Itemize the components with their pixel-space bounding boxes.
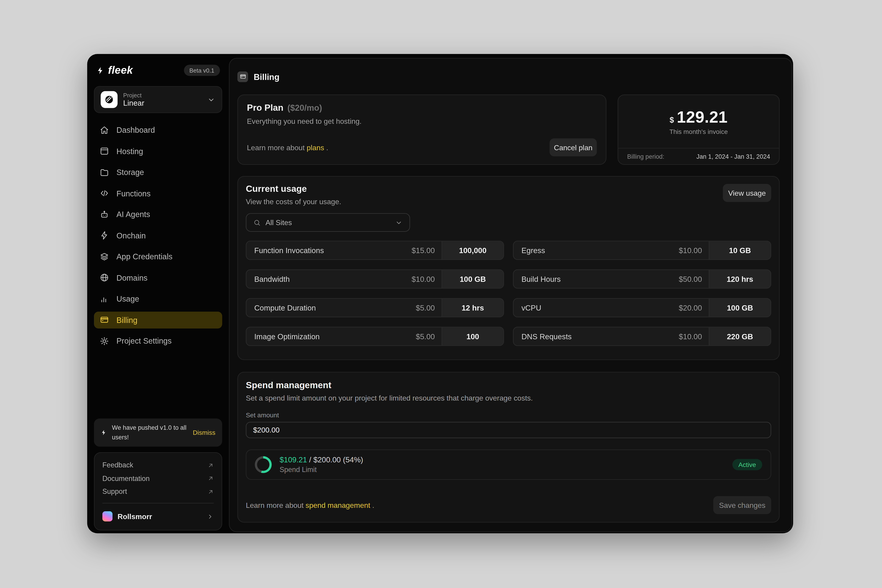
spend-title: Spend management (246, 380, 771, 390)
spend-learn-more: Learn more about spend management . (246, 501, 374, 510)
sidebar-item-label: Storage (117, 168, 144, 177)
sidebar: fleek Beta v0.1 Project Linear (87, 54, 229, 533)
plan-title: Pro Plan (247, 103, 284, 113)
usage-name: Compute Duration (246, 303, 316, 312)
documentation-link[interactable]: Documentation (102, 472, 214, 485)
sidebar-nav: Dashboard Hosting Storage Functions AI A… (94, 122, 222, 354)
sidebar-item-label: Domains (117, 273, 147, 282)
billing-period-label: Billing period: (627, 153, 664, 160)
sidebar-item-label: Usage (117, 294, 139, 303)
usage-name: Function Invocations (246, 246, 324, 255)
usage-row: Bandwidth $10.00 100 GB (246, 269, 504, 288)
usage-header: Current usage View the costs of your usa… (246, 184, 771, 206)
spend-limit-rest: / $200.00 (54%) (307, 456, 363, 464)
sidebar-item-project-settings[interactable]: Project Settings (94, 332, 222, 349)
invoice-amount-row: $ 129.21 (669, 108, 728, 126)
spend-limit-caption: Spend Limit (279, 466, 363, 474)
dismiss-button[interactable]: Dismiss (193, 429, 216, 435)
arrow-up-right-icon (208, 462, 214, 468)
lightning-icon (100, 428, 107, 436)
sidebar-item-label: Hosting (117, 147, 143, 156)
spent-amount: $109.21 (279, 456, 307, 464)
plans-link[interactable]: plans (307, 143, 324, 152)
sidebar-item-functions[interactable]: Functions (94, 184, 222, 201)
search-icon (253, 218, 261, 226)
invoice-summary: $ 129.21 This month's invoice (618, 95, 779, 148)
sidebar-item-label: Project Settings (117, 336, 172, 345)
plan-price: ($20/mo) (287, 103, 322, 112)
spend-progress-text: $109.21 / $200.00 (54%) Spend Limit (279, 456, 363, 474)
save-changes-button[interactable]: Save changes (713, 496, 771, 514)
usage-price: $20.00 (679, 303, 709, 312)
learn-suffix: . (370, 501, 374, 510)
sidebar-item-dashboard[interactable]: Dashboard (94, 122, 222, 138)
spend-amount-input[interactable] (246, 422, 771, 438)
main-content: Billing Pro Plan ($20/mo) Everything you… (229, 58, 792, 532)
learn-suffix: . (324, 143, 328, 152)
home-icon (99, 125, 109, 135)
usage-price: $10.00 (679, 332, 709, 340)
sidebar-item-onchain[interactable]: Onchain (94, 227, 222, 244)
current-usage-card: Current usage View the costs of your usa… (237, 176, 780, 360)
sidebar-item-app-credentials[interactable]: App Credentials (94, 248, 222, 265)
usage-name: Bandwidth (246, 275, 290, 283)
layers-icon (99, 252, 109, 261)
folder-icon (99, 168, 109, 177)
lightning-icon (99, 231, 109, 240)
browser-window-icon (99, 146, 109, 156)
usage-header-text: Current usage View the costs of your usa… (246, 184, 341, 206)
notification-message: We have pushed v1.0 to all users! (112, 423, 188, 442)
credit-card-icon (237, 71, 248, 82)
usage-price: $10.00 (412, 275, 442, 283)
spend-progress-box: $109.21 / $200.00 (54%) Spend Limit Acti… (246, 450, 771, 480)
spend-management-link[interactable]: spend management (306, 501, 370, 510)
sidebar-item-ai-agents[interactable]: AI Agents (94, 206, 222, 223)
linear-logo (100, 91, 117, 108)
app-logo: fleek (108, 64, 133, 76)
sidebar-item-storage[interactable]: Storage (94, 164, 222, 180)
release-notification: We have pushed v1.0 to all users! Dismis… (94, 418, 222, 446)
chevron-down-icon (395, 218, 403, 226)
usage-row: DNS Requests $10.00 220 GB (513, 327, 771, 346)
invoice-amount: 129.21 (676, 108, 728, 126)
sidebar-item-billing[interactable]: Billing (94, 312, 222, 328)
spend-footer: Learn more about spend management . Save… (246, 496, 771, 514)
sidebar-item-hosting[interactable]: Hosting (94, 142, 222, 159)
spend-progress-values: $109.21 / $200.00 (54%) (279, 456, 363, 464)
usage-grid: Function Invocations $15.00 100,000 Egre… (246, 241, 771, 346)
spend-management-card: Spend management Set a spend limit amoun… (237, 372, 780, 522)
cancel-plan-button[interactable]: Cancel plan (550, 138, 597, 156)
gear-icon (99, 336, 109, 346)
beta-badge: Beta v0.1 (184, 65, 220, 76)
account-name: Rollsmorr (118, 512, 152, 521)
gradient-avatar (102, 511, 112, 521)
sidebar-item-usage[interactable]: Usage (94, 290, 222, 307)
usage-quantity: 100 GB (709, 298, 771, 316)
arrow-up-right-icon (208, 489, 214, 495)
logo-row: fleek Beta v0.1 (94, 63, 222, 78)
usage-price: $5.00 (416, 303, 441, 312)
sidebar-item-label: AI Agents (117, 210, 150, 219)
divider (102, 503, 214, 503)
project-selector[interactable]: Project Linear (94, 86, 222, 113)
usage-quantity: 100 GB (441, 270, 503, 288)
globe-icon (99, 273, 109, 282)
learn-prefix: Learn more about (246, 501, 306, 510)
view-usage-button[interactable]: View usage (723, 184, 771, 202)
credit-card-icon (99, 315, 109, 324)
feedback-link[interactable]: Feedback (102, 459, 214, 472)
project-label: Project (123, 92, 144, 98)
account-menu[interactable]: Rollsmorr (102, 508, 214, 524)
billing-period-row: Billing period: Jan 1, 2024 - Jan 31, 20… (618, 148, 779, 164)
usage-quantity: 220 GB (709, 327, 771, 345)
sidebar-item-label: Functions (117, 189, 151, 198)
usage-row: Image Optimization $5.00 100 (246, 327, 504, 346)
sidebar-footer: Feedback Documentation Support Rollsmorr (94, 452, 222, 531)
support-link[interactable]: Support (102, 485, 214, 498)
link-label: Documentation (102, 474, 150, 482)
sites-filter-dropdown[interactable]: All Sites (246, 213, 410, 232)
plan-card: Pro Plan ($20/mo) Everything you need to… (237, 94, 606, 165)
sidebar-item-domains[interactable]: Domains (94, 269, 222, 286)
plan-footer: Learn more about plans . Cancel plan (247, 138, 597, 156)
status-badge: Active (732, 459, 762, 470)
